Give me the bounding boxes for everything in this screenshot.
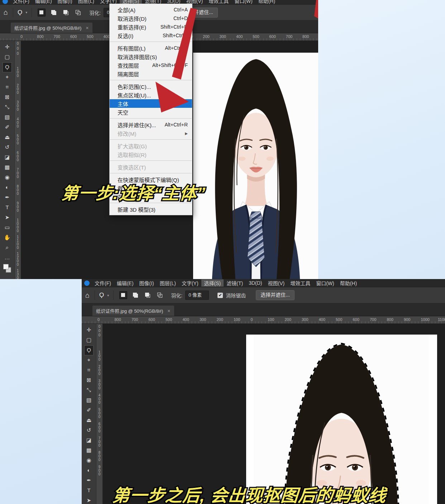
menu-编辑(E)[interactable]: 编辑(E) bbox=[32, 0, 55, 4]
close-icon[interactable]: × bbox=[86, 25, 88, 31]
brush-tool-icon[interactable]: ✐ bbox=[84, 405, 94, 416]
subtract-from-selection-icon[interactable] bbox=[62, 9, 70, 16]
home-icon[interactable]: ⌂ bbox=[85, 291, 90, 299]
shape-tool-icon[interactable]: ▭ bbox=[3, 223, 12, 233]
chevron-down-icon[interactable]: ▾ bbox=[107, 293, 109, 297]
quick-tool-icon[interactable]: ⌖ bbox=[3, 72, 12, 82]
menu-item-扩大选取(G)[interactable]: 扩大选取(G) bbox=[110, 141, 192, 150]
menu-帮助(H)[interactable]: 帮助(H) bbox=[337, 279, 360, 287]
menu-图层(L)[interactable]: 图层(L) bbox=[75, 0, 97, 4]
color-swatches[interactable] bbox=[3, 264, 11, 273]
close-icon[interactable]: × bbox=[167, 308, 170, 314]
select-tool-icon[interactable]: ➤ bbox=[3, 213, 12, 223]
lasso-tool-icon[interactable]: Ϙ bbox=[3, 62, 12, 72]
document-tab[interactable]: 纸识证件照.jpg @ 50%(RGB/8#) × bbox=[92, 306, 174, 316]
menu-item-修改(M)[interactable]: 修改(M)▶ bbox=[110, 129, 192, 138]
menu-窗口(W)[interactable]: 窗口(W) bbox=[313, 279, 337, 287]
menu-文件(F)[interactable]: 文件(F) bbox=[92, 279, 114, 287]
blur-tool-icon[interactable]: ◉ bbox=[3, 173, 12, 183]
select-and-mask-button[interactable]: 选择并遮住... bbox=[256, 290, 295, 300]
menu-item-重新选择(E)[interactable]: 重新选择(E)Shift+Ctrl+D bbox=[110, 23, 192, 31]
menu-item-焦点区域(U)...[interactable]: 焦点区域(U)... bbox=[110, 91, 192, 99]
crop-tool-icon[interactable]: ⌗ bbox=[3, 82, 12, 92]
blur-tool-icon[interactable]: ◉ bbox=[84, 456, 94, 466]
feather-input[interactable]: 0 像素 bbox=[185, 291, 209, 300]
lasso-tool-icon[interactable]: Ϙ bbox=[18, 9, 22, 16]
lasso-tool-icon[interactable]: Ϙ bbox=[99, 292, 104, 299]
menu-图层(L)[interactable]: 图层(L) bbox=[157, 279, 179, 287]
menu-滤镜(T)[interactable]: 滤镜(T) bbox=[224, 279, 246, 287]
menu-图像(I)[interactable]: 图像(I) bbox=[137, 279, 157, 287]
menu-item-取消选择图层(S)[interactable]: 取消选择图层(S) bbox=[110, 52, 192, 61]
pen-tool-icon[interactable]: ✒ bbox=[84, 476, 94, 486]
pen-tool-icon[interactable]: ✒ bbox=[3, 193, 12, 203]
menu-选择(S)[interactable]: 选择(S) bbox=[201, 279, 224, 287]
healing-tool-icon[interactable]: ▧ bbox=[84, 395, 94, 405]
gradient-tool-icon[interactable]: ▩ bbox=[84, 446, 94, 456]
menu-帮助(H)[interactable]: 帮助(H) bbox=[255, 0, 278, 4]
history-tool-icon[interactable]: ↺ bbox=[3, 143, 12, 153]
home-icon[interactable]: ⌂ bbox=[4, 8, 8, 16]
menu-item-天空[interactable]: 天空 bbox=[110, 108, 192, 116]
dodge-tool-icon[interactable]: ◐ bbox=[3, 183, 12, 193]
eyedropper-tool-icon[interactable]: ⤡ bbox=[3, 102, 12, 112]
menu-图像(I)[interactable]: 图像(I) bbox=[55, 0, 75, 4]
add-to-selection-icon[interactable] bbox=[50, 9, 58, 16]
move-tool-icon[interactable]: ✛ bbox=[3, 42, 12, 52]
select-tool-icon[interactable]: ➤ bbox=[84, 496, 94, 504]
menu-文件(F)[interactable]: 文件(F) bbox=[10, 0, 32, 4]
chevron-down-icon[interactable]: ▾ bbox=[25, 10, 27, 14]
marquee-tool-icon[interactable]: ▢ bbox=[84, 335, 94, 345]
menu-item-新建 3D 模型(3)[interactable]: 新建 3D 模型(3) bbox=[110, 205, 192, 213]
move-tool-icon[interactable]: ✛ bbox=[84, 325, 94, 335]
new-selection-icon[interactable] bbox=[119, 291, 127, 299]
dodge-tool-icon[interactable]: ◐ bbox=[84, 466, 94, 476]
menu-增效工具[interactable]: 增效工具 bbox=[287, 279, 313, 287]
menu-窗口(W)[interactable]: 窗口(W) bbox=[231, 0, 255, 4]
quick-tool-icon[interactable]: ⌖ bbox=[84, 355, 94, 365]
antialias-checkbox[interactable]: ✔ bbox=[217, 293, 223, 298]
crop-tool-icon[interactable]: ⌗ bbox=[84, 365, 94, 375]
menu-item-变换选区(T)[interactable]: 变换选区(T) bbox=[110, 163, 192, 171]
history-tool-icon[interactable]: ↺ bbox=[84, 426, 94, 436]
type-tool-icon[interactable]: T bbox=[3, 203, 12, 213]
menu-item-反选(I)[interactable]: 反选(I)Shift+Ctrl+I bbox=[110, 31, 192, 40]
stamp-tool-icon[interactable]: ⏏ bbox=[84, 416, 94, 426]
intersect-selection-icon[interactable] bbox=[156, 291, 164, 299]
foreground-color-swatch[interactable] bbox=[3, 264, 9, 269]
document-tab[interactable]: 纸识证件照.jpg @ 50%(RGB/8#) × bbox=[11, 23, 92, 33]
menu-item-主体[interactable]: 主体 bbox=[110, 99, 192, 108]
menu-item-全部(A)[interactable]: 全部(A)Ctrl+A bbox=[110, 5, 192, 14]
marquee-tool-icon[interactable]: ▢ bbox=[3, 52, 12, 62]
add-to-selection-icon[interactable] bbox=[131, 291, 139, 299]
menu-编辑(E)[interactable]: 编辑(E) bbox=[114, 279, 137, 287]
type-tool-icon[interactable]: T bbox=[84, 486, 94, 496]
slice-tool-icon[interactable]: ⊠ bbox=[3, 92, 12, 102]
menu-视图(V)[interactable]: 视图(V) bbox=[265, 279, 287, 287]
gradient-tool-icon[interactable]: ▩ bbox=[3, 163, 12, 173]
lasso-tool-icon[interactable]: Ϙ bbox=[84, 345, 94, 355]
intersect-selection-icon[interactable] bbox=[74, 9, 82, 16]
menu-item-选取相似(R)[interactable]: 选取相似(R) bbox=[110, 150, 192, 159]
subtract-from-selection-icon[interactable] bbox=[144, 291, 152, 299]
menu-item-查找图层[interactable]: 查找图层Alt+Shift+Ctrl+F bbox=[110, 61, 192, 69]
eraser-tool-icon[interactable]: ◪ bbox=[84, 436, 94, 446]
menu-增效工具[interactable]: 增效工具 bbox=[206, 0, 231, 4]
new-selection-icon[interactable] bbox=[38, 9, 46, 16]
menu-文字(Y)[interactable]: 文字(Y) bbox=[179, 279, 201, 287]
healing-tool-icon[interactable]: ▧ bbox=[3, 112, 12, 123]
stamp-tool-icon[interactable]: ⏏ bbox=[3, 133, 12, 143]
menu-item-隔离图层[interactable]: 隔离图层 bbox=[110, 69, 192, 78]
slice-tool-icon[interactable]: ⊠ bbox=[84, 375, 94, 385]
menu-item-取消选择(D)[interactable]: 取消选择(D)Ctrl+D bbox=[110, 14, 192, 23]
eraser-tool-icon[interactable]: ◪ bbox=[3, 153, 12, 163]
menu-3D(D)[interactable]: 3D(D) bbox=[246, 280, 265, 286]
menu-item-选择并遮住(K)...[interactable]: 选择并遮住(K)...Alt+Ctrl+R bbox=[110, 120, 192, 129]
brush-tool-icon[interactable]: ✐ bbox=[3, 123, 12, 133]
more-tool-icon[interactable]: … bbox=[3, 253, 12, 263]
hand-tool-icon[interactable]: ✋ bbox=[3, 233, 12, 243]
eyedropper-tool-icon[interactable]: ⤡ bbox=[84, 385, 94, 395]
menu-item-色彩范围(C)...[interactable]: 色彩范围(C)... bbox=[110, 82, 192, 91]
menu-item-所有图层(L)[interactable]: 所有图层(L)Alt+Ctrl+A bbox=[110, 44, 192, 52]
zoom-tool-icon[interactable]: ⌕ bbox=[3, 243, 12, 253]
